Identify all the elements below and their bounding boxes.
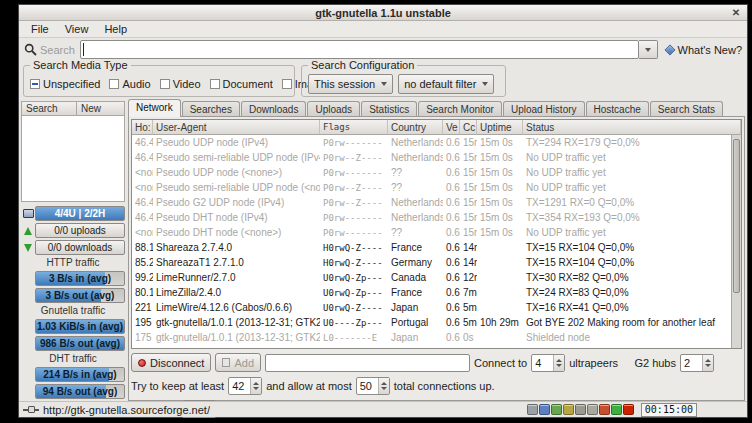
checkbox-audio[interactable]: Audio xyxy=(109,78,150,90)
column-header-ve[interactable]: Ve xyxy=(443,120,460,135)
table-row[interactable]: 46.4Pseudo UDP node (IPv4)P0rw-------Net… xyxy=(132,135,741,150)
cell-country: Netherlands xyxy=(388,197,443,208)
connect-to-label: Connect to xyxy=(474,357,527,369)
close-button[interactable]: ✕ xyxy=(729,6,743,19)
default-filter-dropdown[interactable]: no default filter xyxy=(398,74,494,94)
allow-value: 50 xyxy=(357,380,378,392)
menu-view[interactable]: View xyxy=(57,22,97,36)
column-header-host[interactable]: Ho: xyxy=(132,120,153,135)
cell-country: ?? xyxy=(388,167,443,178)
checkbox-box xyxy=(210,79,220,89)
nodes-table-body: 46.4Pseudo UDP node (IPv4)P0rw-------Net… xyxy=(132,135,741,348)
main-area: Search New 4/4U | 2/2H 0/0 uploads 0/0 d… xyxy=(19,99,747,401)
download-arrow-icon xyxy=(24,244,32,252)
traffic-arrows-icon xyxy=(599,404,610,415)
allow-at-most-spinner[interactable]: 50 xyxy=(356,377,390,395)
cell-ua: LimeRunner/2.7.0 xyxy=(153,272,320,283)
vertical-scrollbar[interactable] xyxy=(731,135,741,348)
search-list[interactable] xyxy=(21,116,125,202)
table-row[interactable]: 46.4Pseudo semi-reliable UDP node (IPv4)… xyxy=(132,150,741,165)
keep-at-least-spinner[interactable]: 42 xyxy=(228,377,262,395)
table-row[interactable]: 99.2LimeRunner/2.7.0U0rwQ-Zp---Canada0.6… xyxy=(132,270,741,285)
menu-help[interactable]: Help xyxy=(96,22,135,36)
tab-search-monitor[interactable]: Search Monitor xyxy=(418,101,502,117)
table-row[interactable]: <norPseudo UDP node (<none>)P0rw-------?… xyxy=(132,165,741,180)
tab-uploads[interactable]: Uploads xyxy=(307,101,360,117)
ultrapeers-value: 4 xyxy=(532,357,553,369)
nodes-table-header: Ho:User-AgentFlagsCountryVeCcUptimeStatu… xyxy=(132,120,741,135)
search-media-type-frame: Search Media Type UnspecifiedAudioVideoD… xyxy=(23,65,295,97)
cell-flags: P0rw------- xyxy=(320,138,388,148)
g2-hubs-spinner[interactable]: 2 xyxy=(680,354,714,372)
table-row[interactable]: 85.2ShareazaT1 2.7.1.0H0rwQ-Z----Germany… xyxy=(132,255,741,270)
checkbox-video[interactable]: Video xyxy=(160,78,201,90)
column-header-cc[interactable]: Cc xyxy=(460,120,477,135)
add-node-button[interactable]: Add xyxy=(215,353,261,372)
tab-downloads[interactable]: Downloads xyxy=(241,101,306,117)
add-node-icon xyxy=(222,358,230,367)
column-header-new[interactable]: New xyxy=(77,101,125,116)
table-row[interactable]: <norPseudo DHT node (<none>)P0rw-------?… xyxy=(132,225,741,240)
tab-searches[interactable]: Searches xyxy=(182,101,240,117)
table-row[interactable]: 175gtk-gnutella/1.0.1 (2013-12-31; GTK2;… xyxy=(132,330,741,345)
table-row[interactable]: 88.1Shareaza 2.7.4.0H0rwQ-Z----France0.6… xyxy=(132,240,741,255)
connections-button[interactable]: 4/4U | 2/2H xyxy=(35,206,125,221)
scrollbar-thumb[interactable] xyxy=(733,139,740,292)
cell-host: 175 xyxy=(132,332,153,343)
table-row[interactable]: 221LimeWire/4.12.6 (Cabos/0.6.6)U0rwQ-Z-… xyxy=(132,300,741,315)
status-tray xyxy=(527,404,634,415)
allow-suffix-label: total connections up. xyxy=(394,380,495,392)
column-header-status[interactable]: Status xyxy=(523,120,741,135)
checkbox-unspecified[interactable]: Unspecified xyxy=(30,78,100,90)
column-header-country[interactable]: Country xyxy=(388,120,443,135)
cell-country: Japan xyxy=(388,332,443,343)
checkbox-label: Audio xyxy=(122,78,150,90)
checkbox-box xyxy=(109,79,119,89)
cell-status: No UDP traffic yet xyxy=(523,152,741,163)
search-sidebar: Search New 4/4U | 2/2H 0/0 uploads 0/0 d… xyxy=(19,99,125,401)
table-row[interactable]: 46.4Pseudo G2 UDP node (IPv4)P0rw--Z----… xyxy=(132,195,741,210)
cell-cc: 5m xyxy=(460,317,477,328)
cell-cc: 7m xyxy=(460,287,477,298)
search-configuration-frame: Search Configuration This session no def… xyxy=(301,65,506,97)
search-input[interactable] xyxy=(80,40,639,59)
uploads-button[interactable]: 0/0 uploads xyxy=(35,223,125,238)
cell-ua: Pseudo DHT node (<none>) xyxy=(153,227,320,238)
table-row[interactable]: 80.1LimeZilla/2.4.0U0rwQ-Zp---France0.67… xyxy=(132,285,741,300)
progress-text: 94 B/s out (avg) xyxy=(36,385,124,398)
disconnect-status-icon xyxy=(138,359,146,367)
table-row[interactable]: <norPseudo semi-reliable UDP node (<none… xyxy=(132,180,741,195)
column-header-uptime[interactable]: Uptime xyxy=(477,120,523,135)
checkbox-label: Document xyxy=(223,78,273,90)
add-node-input[interactable] xyxy=(265,354,470,372)
disconnect-button[interactable]: Disconnect xyxy=(131,353,211,372)
cell-status: TX=15 RX=104 Q=0,0% xyxy=(523,242,741,253)
cell-ua: ShareazaT1 2.7.1.0 xyxy=(153,257,320,268)
column-header-ua[interactable]: User-Agent xyxy=(153,120,320,135)
g2-hubs-group: G2 hubs 2 xyxy=(634,354,714,372)
whats-new-link[interactable]: What's New? xyxy=(665,44,742,56)
menu-file[interactable]: File xyxy=(23,22,57,36)
column-header-search[interactable]: Search xyxy=(21,101,77,116)
column-header-flags[interactable]: Flags xyxy=(320,120,388,135)
cell-status: TX=24 RX=83 Q=0,0% xyxy=(523,287,741,298)
ultrapeers-spinner[interactable]: 4 xyxy=(531,354,565,372)
tab-hostcache[interactable]: Hostcache xyxy=(586,101,649,117)
search-history-dropdown[interactable] xyxy=(639,40,658,59)
cell-ve: 0.6 xyxy=(443,212,460,223)
cell-cc: 15m xyxy=(460,212,477,223)
cell-country: France xyxy=(388,242,443,253)
tab-statistics[interactable]: Statistics xyxy=(361,101,417,117)
downloads-button[interactable]: 0/0 downloads xyxy=(35,240,125,255)
session-dropdown[interactable]: This session xyxy=(308,74,393,94)
tab-network[interactable]: Network xyxy=(128,99,181,117)
table-row[interactable]: 195gtk-gnutella/1.0.1 (2013-12-31; GTK2;… xyxy=(132,315,741,330)
checkbox-document[interactable]: Document xyxy=(210,78,273,90)
table-row[interactable]: 46.4Pseudo DHT node (IPv4)P0rw-------Net… xyxy=(132,210,741,225)
cell-status: TX=15 RX=104 Q=0,0% xyxy=(523,257,741,268)
cell-host: 46.4 xyxy=(132,212,153,223)
traffic-bar-row: 214 B/s in (avg) xyxy=(21,367,125,382)
tab-upload-history[interactable]: Upload History xyxy=(503,101,585,117)
title-bar[interactable]: gtk-gnutella 1.1u unstable ✕ xyxy=(19,5,747,21)
tab-search-stats[interactable]: Search Stats xyxy=(650,101,723,117)
